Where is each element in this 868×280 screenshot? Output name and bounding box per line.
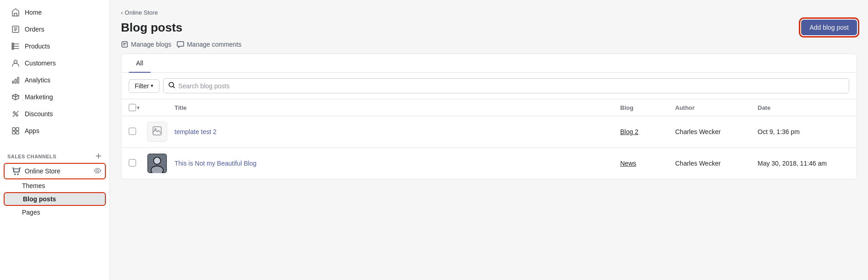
row2-title-col: This is Not my Beautiful Blog	[175, 160, 620, 167]
row2-thumbnail	[147, 153, 175, 173]
header-checkbox-chevron[interactable]: ▾	[137, 105, 139, 110]
search-icon	[168, 81, 175, 90]
filter-search-row: Filter ▾	[121, 73, 857, 99]
search-box	[163, 78, 849, 93]
breadcrumb[interactable]: ‹ Online Store	[121, 9, 857, 16]
sidebar-item-home-label: Home	[25, 9, 42, 16]
sales-channels-section: SALES CHANNELS Online Store Themes Blog …	[0, 147, 109, 219]
row2-blog-col: News	[620, 160, 675, 167]
marketing-icon	[11, 92, 20, 102]
manage-blogs-icon	[121, 41, 128, 48]
svg-rect-12	[12, 131, 15, 134]
svg-point-9	[16, 114, 18, 116]
svg-rect-13	[16, 131, 19, 134]
online-store-label: Online Store	[25, 167, 60, 175]
tabs: All	[121, 54, 857, 73]
row1-title-link[interactable]: template test 2	[175, 128, 217, 135]
discounts-icon	[11, 109, 20, 118]
svg-rect-10	[12, 128, 15, 130]
table-row: This is Not my Beautiful Blog News Charl…	[121, 148, 857, 179]
sidebar-item-themes[interactable]: Themes	[4, 180, 106, 192]
svg-point-22	[153, 157, 160, 164]
sidebar-item-orders-label: Orders	[25, 26, 44, 33]
svg-point-8	[13, 112, 15, 113]
row1-date: Oct 9, 1:36 pm	[758, 128, 849, 135]
sidebar-item-analytics[interactable]: Analytics	[4, 72, 106, 88]
placeholder-icon	[152, 125, 163, 139]
row2-date: May 30, 2018, 11:46 am	[758, 160, 849, 167]
manage-comments-icon	[177, 41, 184, 48]
svg-rect-7	[17, 77, 19, 83]
add-blog-post-button[interactable]: Add blog post	[801, 20, 857, 35]
svg-rect-6	[15, 79, 16, 83]
row2-checkbox[interactable]	[129, 159, 136, 167]
manage-blogs-link[interactable]: Manage blogs	[121, 41, 171, 48]
search-input[interactable]	[178, 82, 844, 90]
row2-thumbnail-img	[147, 153, 167, 173]
sidebar-item-orders[interactable]: Orders	[4, 21, 106, 38]
sidebar-item-analytics-label: Analytics	[25, 76, 50, 84]
filter-chevron-icon: ▾	[151, 83, 153, 89]
table-header: ▾ Title Blog Author Date	[121, 99, 857, 116]
content-area: ‹ Online Store Blog posts Add blog post …	[110, 0, 868, 280]
pages-label: Pages	[22, 209, 40, 216]
products-icon	[11, 42, 20, 51]
orders-icon	[11, 25, 20, 34]
sidebar-nav: Home Orders Products Customers	[0, 0, 109, 143]
row1-author: Charles Wecker	[675, 128, 758, 135]
sidebar-item-apps-label: Apps	[25, 127, 39, 135]
row1-thumbnail-img	[147, 122, 167, 142]
add-sales-channel-icon[interactable]	[95, 152, 102, 161]
sidebar-item-products-label: Products	[25, 43, 50, 50]
table-header-blog: Blog	[620, 104, 675, 111]
row2-person-thumbnail	[147, 153, 167, 173]
sidebar: Home Orders Products Customers	[0, 0, 110, 280]
row1-title-col: template test 2	[175, 128, 620, 135]
sidebar-item-blog-posts[interactable]: Blog posts	[4, 192, 106, 206]
page-title: Blog posts	[121, 21, 182, 35]
row1-blog-link[interactable]: Blog 2	[620, 128, 639, 135]
row2-checkbox-col	[129, 159, 147, 168]
header-checkbox[interactable]	[129, 104, 136, 111]
table-header-checkbox-col: ▾	[129, 104, 147, 111]
sidebar-item-apps[interactable]: Apps	[4, 123, 106, 139]
sidebar-item-discounts[interactable]: Discounts	[4, 106, 106, 122]
sidebar-item-products[interactable]: Products	[4, 38, 106, 54]
blog-posts-card: All Filter ▾	[121, 54, 857, 179]
svg-point-14	[15, 174, 16, 175]
row2-blog-link[interactable]: News	[620, 160, 636, 167]
table-row: template test 2 Blog 2 Charles Wecker Oc…	[121, 116, 857, 148]
sidebar-item-customers[interactable]: Customers	[4, 55, 106, 71]
page-title-row: Blog posts Add blog post	[121, 20, 857, 35]
header-checkbox-group: ▾	[129, 104, 147, 111]
manage-comments-link[interactable]: Manage comments	[177, 41, 241, 48]
sidebar-item-home[interactable]: Home	[4, 4, 106, 21]
online-store-visibility-icon[interactable]	[94, 167, 101, 176]
table-header-date: Date	[758, 104, 849, 111]
table-header-title: Title	[175, 104, 620, 111]
sidebar-item-online-store[interactable]: Online Store	[4, 163, 106, 179]
svg-point-20	[155, 129, 156, 130]
filter-button[interactable]: Filter ▾	[129, 79, 159, 93]
sidebar-item-marketing-label: Marketing	[25, 93, 53, 101]
tab-all[interactable]: All	[129, 54, 151, 72]
apps-icon	[11, 126, 20, 135]
row1-blog-col: Blog 2	[620, 128, 675, 135]
row1-thumbnail	[147, 122, 175, 142]
sidebar-item-marketing[interactable]: Marketing	[4, 89, 106, 105]
sidebar-item-customers-label: Customers	[25, 59, 56, 67]
svg-rect-11	[16, 128, 19, 130]
svg-point-15	[17, 174, 18, 175]
breadcrumb-text: Online Store	[125, 9, 158, 16]
sidebar-item-pages[interactable]: Pages	[4, 206, 106, 218]
row2-author: Charles Wecker	[675, 160, 758, 167]
row1-checkbox-col	[129, 128, 147, 136]
row1-checkbox[interactable]	[129, 128, 136, 135]
customers-icon	[11, 59, 20, 68]
svg-point-23	[151, 166, 164, 173]
row2-title-link[interactable]: This is Not my Beautiful Blog	[175, 160, 257, 167]
home-icon	[11, 8, 20, 17]
sales-channels-label: SALES CHANNELS	[0, 147, 109, 162]
main-content: ‹ Online Store Blog posts Add blog post …	[110, 0, 868, 280]
svg-rect-5	[12, 81, 14, 83]
